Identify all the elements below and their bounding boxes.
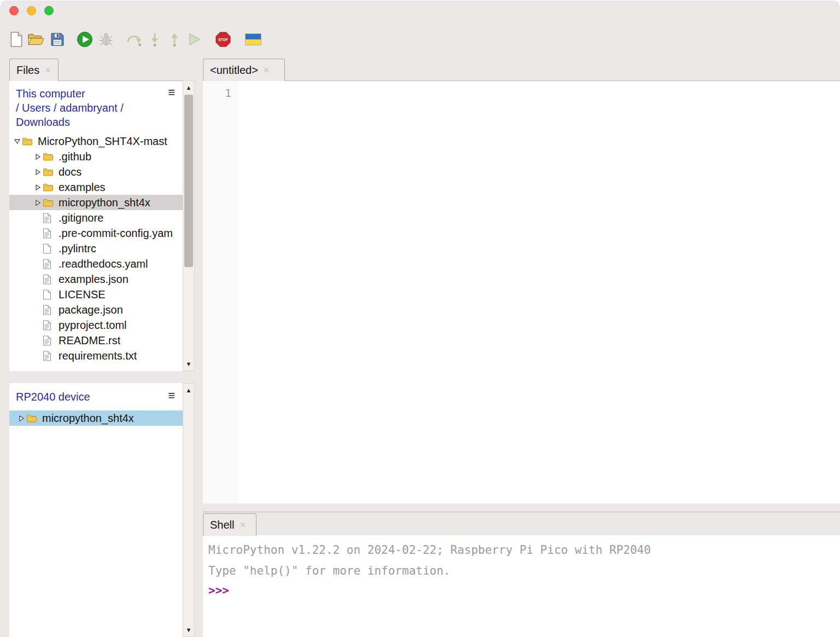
scroll-down-icon[interactable]: ▼ bbox=[183, 624, 194, 636]
tree-item-docs[interactable]: docs bbox=[9, 164, 183, 179]
tree-item-label: examples.json bbox=[59, 273, 129, 286]
debug-button[interactable] bbox=[98, 30, 114, 50]
tree-item-label: .github bbox=[59, 150, 91, 163]
scroll-up-icon[interactable]: ▲ bbox=[183, 384, 194, 396]
step-out-button[interactable] bbox=[167, 30, 182, 50]
tree-item-pyproject.toml[interactable]: pyproject.toml bbox=[9, 317, 183, 333]
device-header-label: RP2040 device bbox=[16, 391, 90, 403]
expand-icon[interactable] bbox=[33, 153, 43, 160]
tree-item-package.json[interactable]: package.json bbox=[9, 302, 183, 317]
svg-text:STOP: STOP bbox=[218, 37, 228, 41]
tab-files-close-icon[interactable]: × bbox=[45, 65, 51, 75]
shell-output: MicroPython v1.22.2 on 2024-02-22; Raspb… bbox=[208, 540, 840, 581]
tree-item-license[interactable]: LICENSE bbox=[9, 287, 183, 302]
tree-item-micropython_sht4x-mast[interactable]: MicroPython_SHT4X-mast bbox=[9, 134, 183, 149]
step-over-button[interactable] bbox=[126, 30, 142, 50]
files-menu-icon[interactable]: ≡ bbox=[168, 85, 175, 100]
resume-button[interactable] bbox=[187, 30, 201, 50]
file-icon bbox=[43, 259, 56, 269]
step-into-button[interactable] bbox=[148, 30, 162, 50]
file-icon bbox=[43, 228, 56, 239]
close-window-button[interactable] bbox=[9, 6, 19, 15]
device-menu-icon[interactable]: ≡ bbox=[168, 389, 175, 403]
folder-icon bbox=[43, 152, 56, 161]
debug-bug-icon bbox=[98, 32, 114, 49]
support-ukraine-button[interactable] bbox=[245, 30, 261, 50]
tree-item-examples[interactable]: examples bbox=[9, 179, 183, 195]
shell-panel[interactable]: MicroPython v1.22.2 on 2024-02-22; Raspb… bbox=[203, 535, 840, 637]
scroll-down-icon[interactable]: ▼ bbox=[183, 358, 194, 370]
run-play-icon bbox=[77, 31, 93, 49]
titlebar[interactable] bbox=[0, 0, 840, 24]
stop-sign-icon: STOP bbox=[215, 32, 231, 49]
expand-icon[interactable] bbox=[33, 184, 43, 191]
file-icon bbox=[43, 351, 56, 361]
tree-item-examples.json[interactable]: examples.json bbox=[9, 271, 183, 287]
stop-button[interactable]: STOP bbox=[215, 30, 231, 50]
tab-files-label: Files bbox=[16, 64, 39, 77]
tab-editor-untitled[interactable]: <untitled> × bbox=[203, 59, 285, 81]
files-scrollbar[interactable]: ▲ ▼ bbox=[183, 80, 195, 371]
folder-icon bbox=[43, 167, 56, 176]
files-location-header: This computer / Users / adambryant / Dow… bbox=[9, 81, 183, 131]
file-icon bbox=[43, 274, 56, 285]
run-button[interactable] bbox=[77, 30, 93, 50]
tree-item-.github[interactable]: .github bbox=[9, 149, 183, 164]
device-panel: RP2040 device ≡ micropython_sht4x bbox=[9, 383, 183, 637]
expand-icon[interactable] bbox=[33, 169, 43, 176]
resume-play-icon bbox=[187, 32, 201, 48]
location-path-links[interactable]: / Users / adambryant / Downloads bbox=[16, 101, 160, 129]
tab-shell[interactable]: Shell × bbox=[203, 513, 256, 536]
tree-item-label: .gitignore bbox=[59, 212, 103, 224]
location-title-link[interactable]: This computer bbox=[16, 86, 160, 101]
collapse-icon[interactable] bbox=[12, 138, 22, 144]
tree-item-readme.rst[interactable]: README.rst bbox=[9, 333, 183, 348]
line-number: 1 bbox=[203, 86, 231, 100]
shell-prompt-line[interactable]: >>> bbox=[208, 581, 840, 600]
tree-item-label: docs bbox=[59, 166, 81, 178]
expand-icon[interactable] bbox=[16, 415, 26, 422]
tree-item-requirements.txt[interactable]: requirements.txt bbox=[9, 348, 183, 363]
tree-item-label: package.json bbox=[59, 304, 123, 316]
file-icon bbox=[43, 305, 56, 315]
shell-output-line: Type "help()" for more information. bbox=[208, 560, 840, 581]
files-scrollbar-thumb[interactable] bbox=[184, 95, 193, 267]
device-tree: micropython_sht4x bbox=[9, 410, 183, 426]
scroll-up-icon[interactable]: ▲ bbox=[183, 82, 194, 94]
tree-item-label: .readthedocs.yaml bbox=[59, 258, 148, 270]
tab-editor-close-icon[interactable]: × bbox=[264, 65, 270, 75]
tree-item-.gitignore[interactable]: .gitignore bbox=[9, 210, 183, 225]
save-floppy-icon bbox=[50, 32, 65, 48]
tree-item-micropython_sht4x[interactable]: micropython_sht4x bbox=[9, 410, 183, 426]
device-scrollbar[interactable]: ▲ ▼ bbox=[183, 383, 195, 637]
tree-item-.pre-commit-config.yam[interactable]: .pre-commit-config.yam bbox=[9, 225, 183, 241]
device-header: RP2040 device ≡ bbox=[9, 383, 183, 408]
tree-item-label: examples bbox=[59, 181, 106, 194]
tree-item-label: README.rst bbox=[59, 334, 120, 347]
tree-item-micropython_sht4x[interactable]: micropython_sht4x bbox=[9, 195, 183, 210]
tab-files[interactable]: Files × bbox=[9, 59, 59, 81]
zoom-window-button[interactable] bbox=[44, 6, 54, 15]
open-folder-icon bbox=[27, 32, 45, 48]
tree-item-.readthedocs.yaml[interactable]: .readthedocs.yaml bbox=[9, 256, 183, 271]
tree-item-label: MicroPython_SHT4X-mast bbox=[38, 135, 167, 148]
open-file-button[interactable] bbox=[27, 30, 45, 50]
tab-shell-close-icon[interactable]: × bbox=[240, 520, 246, 530]
code-area[interactable] bbox=[239, 81, 840, 503]
code-editor[interactable]: 1 bbox=[203, 80, 840, 503]
save-file-button[interactable] bbox=[50, 30, 65, 50]
new-file-button[interactable] bbox=[10, 30, 23, 50]
tree-item-label: LICENSE bbox=[59, 288, 106, 301]
shell-sash-divider[interactable] bbox=[203, 512, 840, 512]
tab-editor-label: <untitled> bbox=[210, 64, 258, 77]
step-out-icon bbox=[167, 32, 182, 48]
ukraine-flag-icon bbox=[245, 33, 261, 47]
minimize-window-button[interactable] bbox=[27, 6, 36, 15]
tree-item-label: micropython_sht4x bbox=[59, 196, 150, 209]
expand-icon[interactable] bbox=[33, 199, 43, 206]
tree-item-.pylintrc[interactable]: .pylintrc bbox=[9, 241, 183, 256]
files-panel: This computer / Users / adambryant / Dow… bbox=[9, 80, 183, 371]
file-icon bbox=[43, 213, 56, 223]
folder-icon bbox=[43, 198, 56, 207]
folder-icon bbox=[22, 137, 35, 146]
